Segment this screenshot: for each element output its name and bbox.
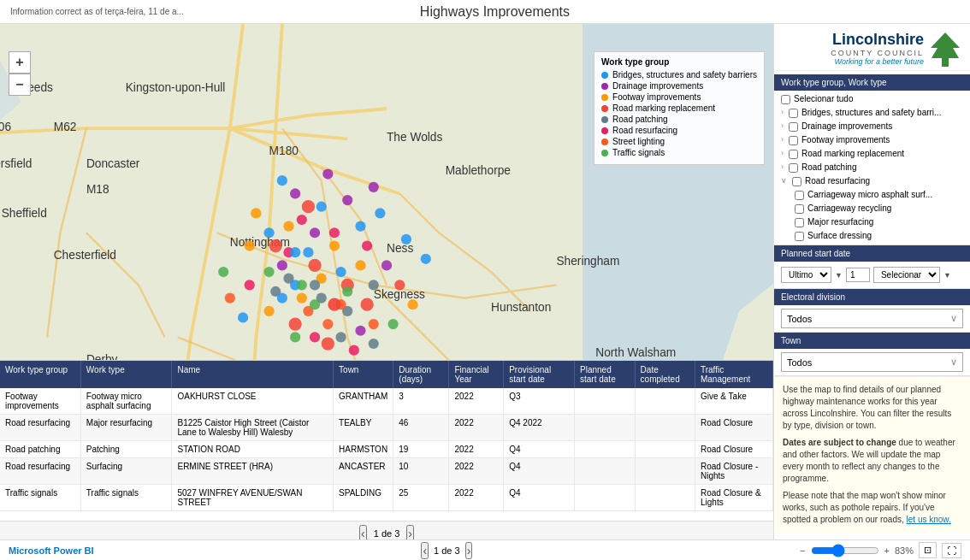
svg-point-39: [316, 202, 327, 212]
cell-r1-c1: Major resurfacing: [80, 415, 172, 441]
chevron-drainage[interactable]: ›: [781, 121, 784, 130]
svg-point-72: [335, 332, 346, 342]
filter-major-resurfacing[interactable]: Major resurfacing: [778, 215, 967, 229]
svg-text:M180: M180: [269, 144, 299, 157]
cell-r0-c4: 3: [393, 388, 449, 415]
svg-point-52: [310, 227, 320, 238]
filter-select-all[interactable]: Selecionar tudo: [778, 92, 967, 106]
zoom-plus-icon[interactable]: +: [884, 545, 890, 556]
cell-r1-c2: B1225 Caistor High Street (Caistor Lane …: [172, 415, 334, 441]
checkbox-surface-dressing[interactable]: [795, 232, 804, 241]
zoom-in-button[interactable]: +: [9, 51, 31, 74]
road-resurfacing-label: Road resurfacing: [612, 126, 677, 135]
filter-road-marking[interactable]: › Road marking replacement: [778, 147, 967, 161]
filter-carriageway-recycling[interactable]: Carriageway recycling: [778, 202, 967, 215]
legend-item-street-lighting: Street lighting: [601, 137, 757, 146]
electoral-division-dropdown[interactable]: Todos ∨: [781, 309, 963, 328]
date-value-input[interactable]: [846, 268, 870, 282]
powerbi-link[interactable]: Microsoft Power BI: [9, 545, 94, 556]
cell-r0-c6: Q3: [504, 388, 575, 415]
table-scroll[interactable]: Work type group Work type Name Town Dura…: [0, 361, 773, 521]
checkbox-footway[interactable]: [789, 136, 798, 145]
filter-carriageway-micro[interactable]: Carriageway micro asphalt surf...: [778, 188, 967, 202]
svg-point-54: [251, 208, 261, 218]
svg-text:Kingston-upon-Hull: Kingston-upon-Hull: [126, 81, 226, 94]
prev-page-button[interactable]: ‹: [359, 525, 367, 539]
checkbox-drainage[interactable]: [789, 122, 798, 132]
footway-label: Footway improvements: [612, 92, 701, 102]
svg-point-91: [394, 280, 405, 290]
svg-point-76: [362, 240, 372, 251]
zoom-minus-icon[interactable]: −: [800, 545, 805, 556]
main-content: M65 Leeds Kingston-upon-Hull M606 M62 Hu…: [0, 24, 970, 539]
svg-point-94: [369, 339, 379, 349]
cell-r2-c2: STATION ROAD: [172, 441, 334, 458]
ultimo-select[interactable]: Ultimo: [781, 267, 831, 283]
chevron-footway[interactable]: ›: [781, 135, 784, 144]
filters-panel[interactable]: Work type group, Work type Selecionar tu…: [774, 71, 970, 539]
svg-point-86: [310, 299, 320, 309]
svg-point-56: [329, 240, 340, 251]
checkbox-road-resurfacing[interactable]: [792, 177, 801, 186]
chevron-road-patching[interactable]: ›: [781, 162, 784, 171]
checkbox-major-resurfacing[interactable]: [795, 218, 804, 227]
svg-point-84: [264, 267, 275, 277]
svg-point-95: [245, 280, 255, 290]
logo-type: COUNTY COUNCIL: [831, 49, 924, 57]
svg-point-53: [277, 260, 287, 270]
svg-point-90: [381, 260, 392, 270]
svg-point-101: [310, 280, 320, 290]
top-bar: Information correct as of terça-feira, 1…: [0, 0, 970, 24]
svg-point-82: [369, 319, 379, 329]
table-row: Footway improvementsFootway micro asphal…: [0, 388, 773, 415]
page-separator: de: [381, 528, 392, 539]
current-page: 1: [374, 528, 379, 539]
filter-road-patching[interactable]: › Road patching: [778, 161, 967, 174]
road-resurfacing-dot: [601, 127, 608, 134]
fit-view-button[interactable]: ⊡: [919, 542, 937, 558]
svg-point-93: [388, 319, 399, 329]
zoom-slider[interactable]: [811, 544, 879, 557]
cell-r0-c1: Footway micro asphalt surfacing: [80, 388, 172, 415]
checkbox-road-marking[interactable]: [789, 150, 798, 159]
filter-road-resurfacing[interactable]: ∨ Road resurfacing: [778, 174, 967, 188]
next-page-button[interactable]: ›: [406, 525, 414, 539]
svg-point-55: [283, 221, 293, 232]
logo-area: Lincolnshire COUNTY COUNCIL Working for …: [774, 24, 970, 71]
checkbox-bridges[interactable]: [789, 109, 798, 118]
filter-bridges[interactable]: › Bridges, structures and safety barri..…: [778, 106, 967, 120]
checkbox-select-all[interactable]: [781, 95, 790, 104]
legend-title: Work type group: [601, 57, 757, 67]
svg-point-99: [290, 247, 300, 257]
svg-point-89: [277, 292, 287, 303]
info-paragraph-2: Dates are subject to change due to weath…: [783, 437, 961, 485]
bottom-bar: Microsoft Power BI ‹ 1 de 3 › − + 83% ⊡ …: [0, 539, 970, 560]
th-traffic-mgmt: Traffic Management: [695, 361, 772, 388]
th-work-type: Work type: [80, 361, 172, 388]
town-dropdown[interactable]: Todos ∨: [781, 352, 963, 372]
bridges-label: Bridges, structures and safety barriers: [612, 70, 757, 80]
let-us-know-link[interactable]: let us know.: [907, 515, 951, 524]
fullscreen-button[interactable]: ⛶: [942, 543, 961, 558]
bottom-next-button[interactable]: ›: [465, 542, 473, 559]
checkbox-road-patching[interactable]: [789, 163, 798, 173]
zoom-out-button[interactable]: −: [9, 74, 31, 96]
filter-drainage[interactable]: › Drainage improvements: [778, 120, 967, 133]
dates-subject-bold: Dates are subject to change: [783, 438, 896, 447]
svg-point-42: [264, 227, 275, 238]
chevron-road-resurfacing[interactable]: ∨: [781, 176, 787, 185]
svg-point-78: [349, 345, 359, 356]
svg-text:M18: M18: [86, 183, 109, 196]
chevron-bridges[interactable]: ›: [781, 108, 784, 116]
filter-footway[interactable]: › Footway improvements: [778, 133, 967, 147]
chevron-road-marking[interactable]: ›: [781, 149, 784, 157]
selecionar-select[interactable]: Selecionar: [873, 267, 940, 283]
svg-point-50: [342, 195, 352, 205]
filter-surface-dressing[interactable]: Surface dressing: [778, 229, 967, 243]
checkbox-carriageway-recycling[interactable]: [795, 204, 804, 214]
checkbox-carriageway-micro[interactable]: [795, 191, 804, 200]
map-zoom-controls: + −: [9, 51, 31, 96]
bottom-prev-button[interactable]: ‹: [421, 542, 429, 559]
cell-r4-c9: Road Closure & Lights: [695, 485, 772, 511]
road-patching-label: Road patching: [612, 115, 668, 124]
